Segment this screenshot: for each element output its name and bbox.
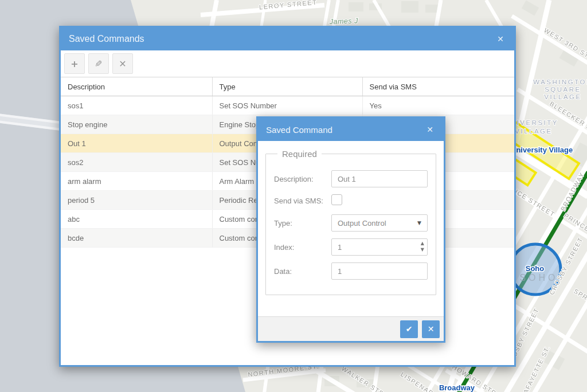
check-icon: ✔ [406, 324, 413, 334]
area-label: SOHO [519, 273, 558, 283]
index-spinner: ▲ ▼ [421, 240, 424, 253]
area-label: VILLAGE [544, 93, 581, 100]
delete-icon: ✕ [119, 58, 126, 69]
spinner-up-icon[interactable]: ▲ [421, 240, 424, 246]
sms-row: Send via SMS: [274, 194, 428, 207]
poi-label: Soho [526, 264, 545, 273]
saved-command-form: Required Description: Send via SMS: Type… [258, 141, 444, 316]
saved-commands-dialog-header[interactable]: Saved Commands ✕ [61, 28, 514, 50]
edit-command-button[interactable]: ✎ [88, 53, 109, 74]
cancel-button[interactable]: ✕ [422, 320, 440, 338]
index-input[interactable] [331, 238, 428, 256]
column-header-type[interactable]: Type [212, 77, 362, 96]
area-label: WASHINGTON [533, 79, 587, 85]
cell-description: Stop engine [61, 115, 212, 134]
park-label: James J [329, 17, 359, 26]
chevron-down-icon: ▼ [417, 220, 421, 226]
index-label: Index: [274, 243, 331, 252]
type-label: Type: [274, 219, 331, 228]
add-command-button[interactable]: + [64, 53, 85, 74]
close-icon[interactable]: ✕ [424, 124, 436, 135]
type-row: Type: Output Control ▼ [274, 214, 428, 232]
column-header-sms[interactable]: Send via SMS [362, 77, 514, 96]
cell-description: bcde [61, 229, 212, 248]
poi-label: University Village [511, 146, 573, 154]
cell-description: abc [61, 210, 212, 229]
area-label: SQUARE [545, 86, 581, 93]
description-label: Description: [274, 175, 331, 183]
confirm-button[interactable]: ✔ [400, 320, 418, 338]
required-fieldset: Required Description: Send via SMS: Type… [265, 149, 436, 295]
saved-command-dialog-header[interactable]: Saved Command ✕ [258, 118, 444, 141]
cell-send-via-sms: Yes [362, 96, 514, 115]
fieldset-legend: Required [277, 149, 322, 159]
index-row: Index: ▲ ▼ [274, 238, 428, 256]
delete-command-button[interactable]: ✕ [112, 53, 133, 74]
close-icon[interactable]: ✕ [495, 33, 506, 45]
poi-label: Broadway [439, 383, 475, 392]
area-label: VILLAGE [515, 128, 552, 135]
data-label: Data: [274, 267, 331, 276]
table-row[interactable]: sos1Set SOS NumberYes [61, 96, 514, 115]
column-header-description[interactable]: Description [61, 77, 212, 96]
description-input[interactable] [331, 170, 428, 187]
type-select-value: Output Control [338, 219, 386, 228]
type-select[interactable]: Output Control ▼ [331, 214, 428, 232]
commands-toolbar: + ✎ ✕ [61, 50, 514, 77]
dialog-title: Saved Command [266, 125, 424, 135]
cell-description: sos2 [61, 153, 212, 172]
sms-checkbox[interactable] [331, 194, 342, 205]
cell-type: Set SOS Number [212, 96, 362, 115]
cell-description: Out 1 [61, 134, 212, 153]
plus-icon: + [71, 58, 78, 69]
cancel-icon: ✕ [428, 324, 435, 334]
data-row: Data: [274, 262, 428, 280]
cell-description: period 5 [61, 191, 212, 210]
app-window: LEROY STREETJames JWEST 3RD STREETBLEECK… [0, 0, 587, 392]
saved-command-dialog: Saved Command ✕ Required Description: Se… [256, 116, 445, 343]
sms-label: Send via SMS: [274, 197, 331, 205]
cell-description: arm alarm [61, 172, 212, 191]
description-row: Description: [274, 170, 428, 187]
cell-description: sos1 [61, 96, 212, 115]
dialog-title: Saved Commands [69, 34, 495, 44]
spinner-down-icon[interactable]: ▼ [421, 246, 424, 253]
pencil-icon: ✎ [95, 58, 102, 69]
saved-command-footer: ✔ ✕ [258, 316, 444, 341]
data-input[interactable] [331, 262, 428, 280]
